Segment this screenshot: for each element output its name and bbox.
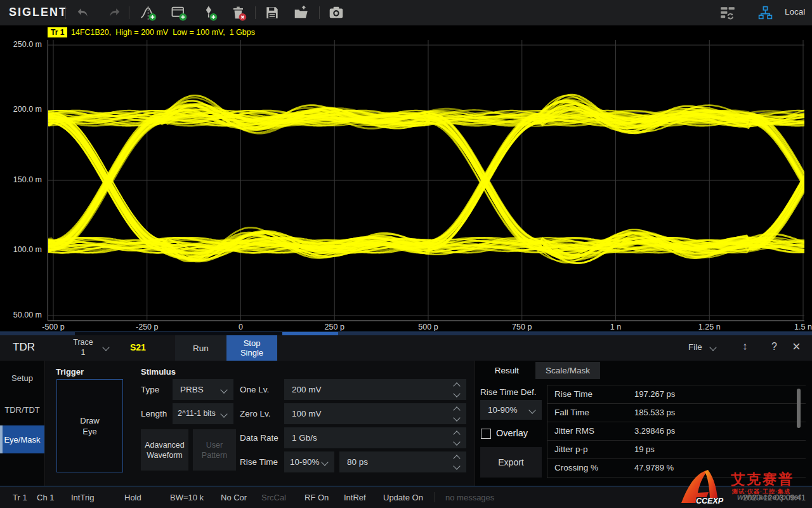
zero-level-input[interactable]: 100 mV xyxy=(284,403,466,424)
add-trace-icon[interactable] xyxy=(140,4,157,22)
rise-time-input[interactable]: 80 ps xyxy=(339,451,466,472)
result-value: 185.533 ps xyxy=(634,408,675,417)
screenshot-icon[interactable] xyxy=(327,4,345,22)
rise-time-def-dropdown[interactable]: 10-90% xyxy=(284,451,334,472)
toolbar-separator xyxy=(129,6,129,19)
zero-level-value: 100 mV xyxy=(292,409,322,418)
undo-icon[interactable] xyxy=(74,4,92,22)
length-value: 2^11-1 bits xyxy=(178,409,216,418)
status-item-intref: IntRef xyxy=(344,493,366,502)
spinner-control[interactable] xyxy=(452,403,461,424)
add-window-icon[interactable] xyxy=(170,4,188,22)
sidebar-item-eye-mask[interactable]: Eye/Mask xyxy=(0,425,44,453)
window-layout-icon[interactable] xyxy=(719,4,737,22)
eye-diagram-canvas xyxy=(48,40,804,321)
status-item-hold: Hold xyxy=(124,493,141,502)
stop-single-button[interactable]: Stop Single xyxy=(226,335,277,361)
sidebar-item-setup[interactable]: Setup xyxy=(0,370,44,386)
spinner-control[interactable] xyxy=(452,379,461,400)
result-value: 3.29846 ps xyxy=(634,426,675,436)
results-scrollbar-thumb[interactable] xyxy=(797,389,801,428)
one-level-label: One Lv. xyxy=(240,379,269,400)
x-tick-label: 1.5 n xyxy=(794,323,812,331)
x-tick-label: 250 p xyxy=(325,323,344,331)
x-tick-label: 1.25 n xyxy=(698,323,721,331)
toolbar-separator xyxy=(319,6,320,19)
y-tick-label: 200.0 m xyxy=(0,105,42,114)
one-level-value: 200 mV xyxy=(292,385,322,394)
eye-diagram-plot: 250.0 m200.0 m150.0 m100.0 m50.00 m -500… xyxy=(0,39,812,331)
status-item-no-cor: No Cor xyxy=(221,493,247,502)
table-row: Fall Time185.533 ps xyxy=(547,404,806,422)
close-icon[interactable]: × xyxy=(792,338,801,355)
result-name: Jitter p-p xyxy=(554,444,588,454)
panel-title: TDR xyxy=(13,341,35,354)
tab-scale-mask[interactable]: Scale/Mask xyxy=(535,362,600,379)
data-rate-label: Data Rate xyxy=(240,427,278,448)
spin-down-icon[interactable] xyxy=(453,414,460,421)
spin-up-icon[interactable] xyxy=(453,431,460,438)
data-rate-input[interactable]: 1 Gb/s xyxy=(284,427,466,448)
sidebar-item-tdr-tdt[interactable]: TDR/TDT xyxy=(0,401,44,418)
spin-up-icon[interactable] xyxy=(453,382,460,389)
stimulus-group-label: Stimulus xyxy=(141,367,176,377)
status-messages: no messages xyxy=(445,493,494,502)
save-icon[interactable] xyxy=(263,4,281,22)
status-item-update-on: Update On xyxy=(383,493,423,502)
y-tick-label: 50.00 m xyxy=(0,311,42,319)
result-name: Rise Time xyxy=(554,389,593,399)
overlay-label: Overlay xyxy=(496,428,528,438)
table-row: Rise Time197.267 ps xyxy=(547,385,806,404)
local-remote-indicator[interactable]: Local xyxy=(785,7,805,17)
instrument-screen: SIGLENT xyxy=(0,0,812,508)
user-pattern-button[interactable]: User Pattern xyxy=(193,429,236,471)
run-button[interactable]: Run xyxy=(175,335,226,361)
delete-trace-icon[interactable] xyxy=(230,4,247,22)
table-row: Jitter RMS3.29846 ps xyxy=(547,422,806,441)
trace-info-bar: Tr 1 14FC1B20, High = 200 mV Low = 100 m… xyxy=(0,25,812,39)
status-item-inttrig: IntTrig xyxy=(71,493,94,502)
chevron-down-icon xyxy=(528,406,535,413)
spin-down-icon[interactable] xyxy=(453,438,460,445)
spin-down-icon[interactable] xyxy=(453,462,460,469)
chevron-down-icon xyxy=(220,386,227,393)
resize-panel-icon[interactable]: ↕ xyxy=(742,340,748,353)
open-icon[interactable] xyxy=(292,4,310,22)
one-level-input[interactable]: 200 mV xyxy=(284,379,466,400)
trace-selector[interactable]: Trace 1 xyxy=(65,337,101,358)
zero-level-label: Zero Lv. xyxy=(240,403,271,424)
rise-time-def-dropdown-result[interactable]: 10-90% xyxy=(480,400,542,420)
trace-badge[interactable]: Tr 1 xyxy=(48,27,67,37)
rise-time-value: 80 ps xyxy=(347,457,368,467)
length-dropdown[interactable]: 2^11-1 bits xyxy=(173,403,233,424)
y-tick-label: 150.0 m xyxy=(0,175,42,184)
redo-icon[interactable] xyxy=(105,4,122,22)
trace-selector-label: Trace xyxy=(65,337,101,347)
overlay-checkbox[interactable] xyxy=(481,429,491,439)
result-value: 197.267 ps xyxy=(634,389,675,399)
export-button[interactable]: Export xyxy=(480,447,542,478)
trace-info-text: 14FC1B20, High = 200 mV Low = 100 mV, 1 … xyxy=(71,28,255,37)
tdr-sidebar: Setup TDR/TDT Eye/Mask xyxy=(0,361,45,486)
spin-down-icon[interactable] xyxy=(453,390,460,397)
status-item-ch-1: Ch 1 xyxy=(37,493,54,502)
add-marker-icon[interactable] xyxy=(200,4,218,22)
advanced-waveform-button[interactable]: Adavanced Waveform xyxy=(141,429,188,471)
status-item-bw-10-k: BW=10 k xyxy=(170,493,204,502)
spinner-control[interactable] xyxy=(452,451,461,472)
spin-up-icon[interactable] xyxy=(453,406,460,413)
length-label: Length xyxy=(141,403,167,424)
network-icon[interactable] xyxy=(756,4,774,22)
type-label: Type xyxy=(141,379,159,400)
file-menu[interactable]: File xyxy=(688,342,702,352)
y-tick-label: 100.0 m xyxy=(0,245,42,254)
type-dropdown[interactable]: PRBS xyxy=(173,379,233,400)
advanced-waveform-line1: Adavanced xyxy=(145,440,185,450)
spinner-control[interactable] xyxy=(452,427,461,448)
help-icon[interactable]: ? xyxy=(771,341,777,352)
status-item-tr-1: Tr 1 xyxy=(13,493,27,502)
draw-eye-button[interactable]: Draw Eye xyxy=(56,379,123,472)
result-name: Fall Time xyxy=(554,408,589,417)
spin-up-icon[interactable] xyxy=(453,455,460,462)
tab-result[interactable]: Result xyxy=(480,362,534,379)
